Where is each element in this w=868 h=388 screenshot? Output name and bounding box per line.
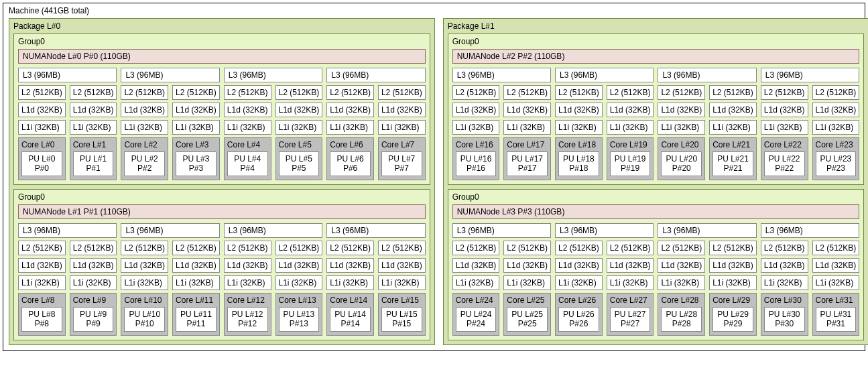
package-label: Package L#0	[13, 21, 430, 31]
core-label: Core L#20	[661, 140, 702, 149]
core-label: Core L#16	[456, 140, 497, 149]
core-label: Core L#8	[21, 296, 62, 305]
l1d-cache: L1d (32KB)	[503, 103, 551, 117]
l3-cache: L3 (96MB)	[555, 68, 654, 82]
cores-row: Core L#8PU L#8P#8Core L#9PU L#9P#9Core L…	[18, 293, 426, 336]
l1d-cache: L1d (32KB)	[275, 103, 323, 117]
core-label: Core L#30	[764, 296, 805, 305]
l1i-cache: L1i (32KB)	[812, 275, 860, 290]
l1i-cache: L1i (32KB)	[761, 120, 808, 135]
core-label: Core L#21	[712, 140, 753, 149]
core-label: Core L#1	[73, 140, 114, 149]
numanode: NUMANode L#1 P#1 (110GB)	[18, 204, 426, 219]
l3-cache: L3 (96MB)	[326, 68, 425, 82]
l2-cache: L2 (512KB)	[761, 241, 808, 255]
core-label: Core L#10	[124, 296, 165, 305]
l2-cache: L2 (512KB)	[555, 85, 603, 100]
core: Core L#11PU L#11P#11	[172, 293, 220, 336]
core: Core L#26PU L#26P#26	[555, 293, 603, 336]
l2-cache: L2 (512KB)	[121, 85, 168, 100]
group: Group0NUMANode L#2 P#2 (110GB)L3 (96MB)L…	[448, 34, 865, 185]
l3-cache: L3 (96MB)	[224, 223, 322, 238]
group-label: Group0	[18, 192, 426, 202]
l1d-cache: L1d (32KB)	[607, 103, 654, 117]
core: Core L#21PU L#21P#21	[709, 137, 757, 180]
group-label: Group0	[452, 192, 860, 202]
core-label: Core L#25	[507, 296, 548, 305]
core: Core L#17PU L#17P#17	[503, 137, 551, 180]
core: Core L#23PU L#23P#23	[812, 137, 860, 180]
l1d-cache: L1d (32KB)	[121, 258, 168, 273]
pu: PU L#0P#0	[21, 151, 62, 176]
l3-cache: L3 (96MB)	[658, 223, 756, 238]
l1d-cache: L1d (32KB)	[378, 103, 426, 117]
core-label: Core L#31	[816, 296, 857, 305]
group: Group0NUMANode L#1 P#1 (110GB)L3 (96MB)L…	[13, 189, 430, 340]
l1i-cache: L1i (32KB)	[70, 275, 117, 290]
core-label: Core L#29	[712, 296, 753, 305]
l1i-cache: L1i (32KB)	[812, 120, 860, 135]
pu: PU L#19P#19	[610, 151, 651, 176]
core-label: Core L#15	[381, 296, 422, 305]
cores-row: Core L#16PU L#16P#16Core L#17PU L#17P#17…	[452, 137, 860, 180]
l1d-cache: L1d (32KB)	[18, 258, 66, 273]
l1i-cache: L1i (32KB)	[121, 275, 168, 290]
core: Core L#10PU L#10P#10	[121, 293, 168, 336]
core-label: Core L#23	[816, 140, 857, 149]
l2-cache: L2 (512KB)	[503, 241, 551, 255]
core-label: Core L#3	[176, 140, 216, 149]
core: Core L#30PU L#30P#30	[761, 293, 808, 336]
l2-cache: L2 (512KB)	[18, 85, 66, 100]
pu: PU L#23P#23	[816, 151, 857, 176]
l3-cache: L3 (96MB)	[326, 223, 425, 238]
core-label: Core L#26	[558, 296, 599, 305]
pu: PU L#21P#21	[712, 151, 753, 176]
core-label: Core L#4	[227, 140, 268, 149]
l1i-cache: L1i (32KB)	[452, 275, 500, 290]
group: Group0NUMANode L#0 P#0 (110GB)L3 (96MB)L…	[13, 34, 430, 185]
l3-cache: L3 (96MB)	[121, 68, 219, 82]
l1i-cache: L1i (32KB)	[70, 120, 117, 135]
l2-cache: L2 (512KB)	[326, 85, 374, 100]
pu: PU L#28P#28	[661, 307, 702, 332]
l3-cache: L3 (96MB)	[452, 223, 551, 238]
pu: PU L#10P#10	[124, 307, 165, 332]
l1d-cache: L1d (32KB)	[172, 258, 220, 273]
group-label: Group0	[18, 37, 426, 46]
core-label: Core L#7	[381, 140, 422, 149]
l1d-cache: L1d (32KB)	[761, 103, 808, 117]
pu: PU L#4P#4	[227, 151, 268, 176]
cores-row: Core L#24PU L#24P#24Core L#25PU L#25P#25…	[452, 293, 860, 336]
l2-cache: L2 (512KB)	[607, 85, 654, 100]
l1d-cache: L1d (32KB)	[555, 258, 603, 273]
core: Core L#9PU L#9P#9	[70, 293, 117, 336]
l1i-cache: L1i (32KB)	[503, 275, 551, 290]
l1d-cache: L1d (32KB)	[812, 258, 860, 273]
package: Package L#1Group0NUMANode L#2 P#2 (110GB…	[443, 18, 868, 345]
l3-cache: L3 (96MB)	[555, 223, 654, 238]
l3-cache: L3 (96MB)	[121, 223, 219, 238]
l1i-row: L1i (32KB)L1i (32KB)L1i (32KB)L1i (32KB)…	[18, 275, 426, 290]
l2-cache: L2 (512KB)	[812, 241, 860, 255]
l3-row: L3 (96MB)L3 (96MB)L3 (96MB)L3 (96MB)	[452, 223, 860, 238]
l2-row: L2 (512KB)L2 (512KB)L2 (512KB)L2 (512KB)…	[452, 241, 860, 255]
l1d-cache: L1d (32KB)	[224, 258, 271, 273]
l3-cache: L3 (96MB)	[658, 68, 756, 82]
l3-row: L3 (96MB)L3 (96MB)L3 (96MB)L3 (96MB)	[18, 223, 426, 238]
core: Core L#16PU L#16P#16	[452, 137, 500, 180]
machine-box: Machine (441GB total) Package L#0Group0N…	[3, 3, 865, 351]
core: Core L#14PU L#14P#14	[326, 293, 374, 336]
packages-row: Package L#0Group0NUMANode L#0 P#0 (110GB…	[9, 18, 859, 345]
l2-cache: L2 (512KB)	[18, 241, 66, 255]
pu: PU L#31P#31	[816, 307, 857, 332]
pu: PU L#13P#13	[279, 307, 320, 332]
l1i-cache: L1i (32KB)	[172, 275, 220, 290]
l2-row: L2 (512KB)L2 (512KB)L2 (512KB)L2 (512KB)…	[18, 241, 426, 255]
group: Group0NUMANode L#3 P#3 (110GB)L3 (96MB)L…	[448, 189, 865, 340]
l3-cache: L3 (96MB)	[761, 223, 859, 238]
l1i-cache: L1i (32KB)	[224, 120, 271, 135]
l1d-row: L1d (32KB)L1d (32KB)L1d (32KB)L1d (32KB)…	[452, 103, 860, 117]
l2-row: L2 (512KB)L2 (512KB)L2 (512KB)L2 (512KB)…	[18, 85, 426, 100]
l1i-cache: L1i (32KB)	[761, 275, 808, 290]
core: Core L#25PU L#25P#25	[503, 293, 551, 336]
